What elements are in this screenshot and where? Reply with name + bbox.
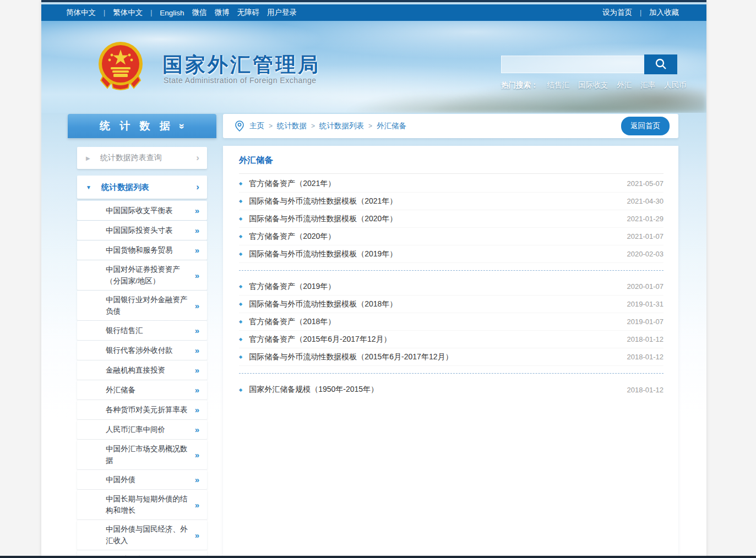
breadcrumb-stats-list-link[interactable]: 统计数据列表 bbox=[319, 121, 364, 131]
set-homepage-link[interactable]: 设为首页 bbox=[602, 8, 632, 18]
double-chevron-right-icon: » bbox=[195, 500, 199, 510]
sidebar-item-banking-external-assets-liabilities[interactable]: 中国银行业对外金融资产负债 » bbox=[77, 291, 207, 320]
separator: | bbox=[150, 9, 152, 17]
breadcrumb-home-link[interactable]: 主页 bbox=[249, 121, 264, 131]
triangle-down-icon: ▼ bbox=[86, 184, 91, 190]
hot-search-label: 热门搜索： bbox=[501, 80, 539, 90]
wechat-link[interactable]: 微信 bbox=[192, 8, 207, 18]
document-link[interactable]: 国际储备与外币流动性数据模板（2015年6月-2017年12月） bbox=[249, 352, 627, 362]
sidebar-item-usd-conversion-rates[interactable]: 各种货币对美元折算率表 » bbox=[77, 400, 207, 419]
sidebar-item-label: 中国外债 bbox=[106, 474, 192, 485]
sidebar-item-label: 统计数据跨表查询 bbox=[100, 153, 197, 163]
sidebar-item-financial-institutions-direct-investment[interactable]: 金融机构直接投资 » bbox=[77, 360, 207, 380]
document-date: 2020-01-07 bbox=[627, 282, 664, 291]
diamond-bullet-icon: ◆ bbox=[239, 302, 242, 307]
page-title: 外汇储备 bbox=[239, 155, 663, 174]
add-favorite-link[interactable]: 加入收藏 bbox=[649, 8, 679, 18]
sidebar-item-label: 中国国际收支平衡表 bbox=[106, 205, 192, 216]
diamond-bullet-icon: ◆ bbox=[239, 354, 242, 359]
document-link[interactable]: 官方储备资产（2019年） bbox=[249, 282, 627, 292]
sidebar-item-china-external-debt[interactable]: 中国外债 » bbox=[77, 470, 207, 489]
page-container: 简体中文 | 繁体中文 | English 微信 微博 无障碍 用户登录 设为首… bbox=[41, 0, 706, 558]
site-header: 国家外汇管理局 State Administration of Foreign … bbox=[41, 21, 706, 113]
back-to-home-button[interactable]: 返回首页 bbox=[621, 117, 670, 135]
sidebar-item-foreign-exchange-reserves[interactable]: 外汇储备 » bbox=[77, 380, 207, 400]
document-row[interactable]: ◆ 国际储备与外币流动性数据模板（2020年） 2021-01-29 bbox=[239, 210, 663, 228]
sidebar: 统 计 数 据 » ▶ 统计数据跨表查询 › ▼ 统计数据列表 › 中国国际收支… bbox=[68, 114, 216, 558]
document-row[interactable]: ◆ 国际储备与外币流动性数据模板（2015年6月-2017年12月） 2018-… bbox=[239, 348, 663, 366]
double-chevron-right-icon: » bbox=[195, 405, 199, 414]
sidebar-item-bop-balance-table[interactable]: 中国国际收支平衡表 » bbox=[77, 201, 207, 220]
diamond-bullet-icon: ◆ bbox=[239, 181, 242, 186]
sidebar-item-bank-fx-settlement[interactable]: 银行结售汇 » bbox=[77, 321, 207, 340]
hot-search-term[interactable]: 汇率 bbox=[640, 80, 655, 90]
document-link[interactable]: 官方储备资产（2020年） bbox=[249, 232, 627, 242]
document-link[interactable]: 国际储备与外币流动性数据模板（2020年） bbox=[249, 214, 627, 224]
diamond-bullet-icon: ◆ bbox=[239, 251, 242, 256]
sidebar-item-rmb-central-parity[interactable]: 人民币汇率中间价 » bbox=[77, 420, 207, 439]
sidebar-item-long-short-term-debt-structure[interactable]: 中国长期与短期外债的结构和增长 » bbox=[77, 490, 207, 519]
sidebar-item-portfolio-investment-assets[interactable]: 中国对外证券投资资产（分国家/地区） » bbox=[77, 260, 207, 290]
search-icon bbox=[655, 58, 667, 72]
sidebar-item-label: 中国国际投资头寸表 bbox=[106, 225, 192, 236]
document-date: 2021-01-07 bbox=[627, 232, 664, 240]
hot-search-term[interactable]: 国际收支 bbox=[578, 80, 608, 90]
document-link[interactable]: 官方储备资产（2018年） bbox=[249, 317, 627, 327]
sidebar-item-fx-market-transactions[interactable]: 中国外汇市场交易概况数据 » bbox=[77, 440, 207, 469]
document-date: 2021-04-30 bbox=[627, 197, 664, 205]
double-chevron-right-icon: » bbox=[195, 206, 199, 215]
hot-search-term[interactable]: 人民币 bbox=[664, 80, 687, 90]
group-divider bbox=[239, 373, 663, 374]
accessibility-link[interactable]: 无障碍 bbox=[237, 8, 260, 18]
diamond-bullet-icon: ◆ bbox=[239, 319, 242, 324]
document-link[interactable]: 官方储备资产（2021年） bbox=[249, 179, 627, 189]
lang-traditional-chinese-link[interactable]: 繁体中文 bbox=[113, 8, 143, 18]
breadcrumb-stats-link[interactable]: 统计数据 bbox=[277, 121, 307, 131]
national-emblem-logo[interactable] bbox=[96, 41, 145, 91]
sidebar-item-debt-national-economy-fx-income[interactable]: 中国外债与国民经济、外汇收入 » bbox=[77, 520, 207, 550]
document-row[interactable]: ◆ 国际储备与外币流动性数据模板（2018年） 2019-01-31 bbox=[239, 296, 663, 313]
document-date: 2021-05-07 bbox=[627, 179, 664, 188]
search-button[interactable] bbox=[644, 54, 677, 74]
sidebar-item-international-investment-position[interactable]: 中国国际投资头寸表 » bbox=[77, 221, 207, 240]
hot-search-term[interactable]: 外汇 bbox=[617, 80, 632, 90]
document-row[interactable]: ◆ 国际储备与外币流动性数据模板（2021年） 2021-04-30 bbox=[239, 193, 663, 210]
breadcrumb-current-page[interactable]: 外汇储备 bbox=[377, 121, 406, 131]
breadcrumb-trail: 主页 > 统计数据 > 统计数据列表 > 外汇储备 bbox=[249, 121, 621, 131]
document-row[interactable]: ◆ 官方储备资产（2019年） 2020-01-07 bbox=[239, 278, 663, 296]
topbar-right-links: 设为首页 | 加入收藏 bbox=[602, 8, 679, 18]
document-row[interactable]: ◆ 国家外汇储备规模（1950年-2015年） 2018-01-12 bbox=[239, 381, 663, 398]
document-row[interactable]: ◆ 官方储备资产（2020年） 2021-01-07 bbox=[239, 228, 663, 245]
chevron-right-icon: › bbox=[196, 152, 199, 163]
document-link[interactable]: 国家外汇储备规模（1950年-2015年） bbox=[249, 385, 627, 395]
breadcrumb: 主页 > 统计数据 > 统计数据列表 > 外汇储备 返回首页 bbox=[223, 114, 678, 138]
document-row[interactable]: ◆ 国际储备与外币流动性数据模板（2019年） 2020-02-03 bbox=[239, 245, 663, 263]
document-link[interactable]: 国际储备与外币流动性数据模板（2021年） bbox=[249, 196, 627, 206]
document-date: 2020-02-03 bbox=[627, 250, 664, 258]
sidebar-item-goods-services-trade[interactable]: 中国货物和服务贸易 » bbox=[77, 240, 207, 260]
search-input[interactable] bbox=[501, 56, 644, 73]
hot-search-term[interactable]: 结售汇 bbox=[547, 80, 570, 90]
sidebar-title-statistics[interactable]: 统 计 数 据 » bbox=[68, 114, 216, 138]
lang-english-link[interactable]: English bbox=[160, 9, 184, 17]
lang-simplified-chinese-link[interactable]: 简体中文 bbox=[66, 8, 96, 18]
double-chevron-right-icon: » bbox=[195, 475, 199, 484]
user-login-link[interactable]: 用户登录 bbox=[267, 8, 297, 18]
diamond-bullet-icon: ◆ bbox=[239, 337, 242, 342]
window-bottom-edge bbox=[0, 556, 756, 558]
document-link[interactable]: 国际储备与外币流动性数据模板（2018年） bbox=[249, 299, 627, 309]
document-link[interactable]: 官方储备资产（2015年6月-2017年12月） bbox=[249, 335, 627, 344]
double-chevron-right-icon: » bbox=[195, 425, 199, 434]
sidebar-sub-items: 中国国际收支平衡表 » 中国国际投资头寸表 » 中国货物和服务贸易 » 中国对外… bbox=[68, 201, 216, 558]
document-row[interactable]: ◆ 官方储备资产（2021年） 2021-05-07 bbox=[239, 175, 663, 193]
sidebar-item-cross-table-query[interactable]: ▶ 统计数据跨表查询 › bbox=[77, 147, 207, 169]
sidebar-item-label: 中国对外证券投资资产（分国家/地区） bbox=[106, 264, 192, 287]
document-row[interactable]: ◆ 官方储备资产（2018年） 2019-01-07 bbox=[239, 313, 663, 331]
document-link[interactable]: 国际储备与外币流动性数据模板（2019年） bbox=[249, 249, 627, 259]
document-row[interactable]: ◆ 官方储备资产（2015年6月-2017年12月） 2018-01-12 bbox=[239, 331, 663, 348]
weibo-link[interactable]: 微博 bbox=[215, 8, 230, 18]
sidebar-item-cross-border-receipts-payments[interactable]: 银行代客涉外收付款 » bbox=[77, 341, 207, 360]
sidebar-item-statistics-list[interactable]: ▼ 统计数据列表 › bbox=[77, 176, 207, 199]
window-top-edge bbox=[41, 0, 706, 2]
separator: | bbox=[640, 9, 641, 17]
